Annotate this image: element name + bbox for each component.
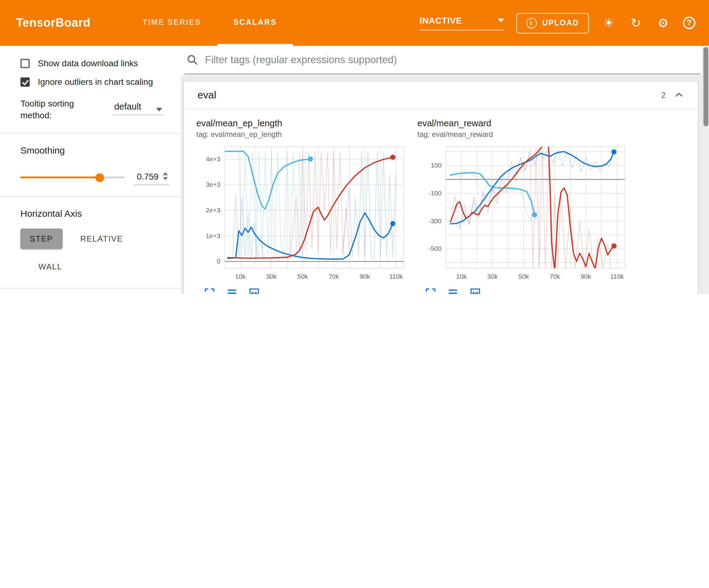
tag-filter-input[interactable] xyxy=(205,54,699,66)
chart-tag: tag: eval/mean_reward xyxy=(417,130,630,139)
svg-text:4e+3: 4e+3 xyxy=(206,155,220,162)
section-header[interactable]: eval 2 xyxy=(184,82,698,109)
svg-text:30k: 30k xyxy=(266,273,277,280)
general-options: Show data download links Ignore outliers… xyxy=(21,58,181,87)
option-row[interactable]: Show data download links xyxy=(21,58,181,69)
option-checkbox[interactable] xyxy=(21,77,30,86)
expand-chart-icon[interactable] xyxy=(204,287,215,294)
section-header-right: 2 xyxy=(661,90,684,100)
fit-domain-icon[interactable] xyxy=(248,287,260,294)
settings-icon[interactable]: ⚙ xyxy=(656,16,671,30)
svg-text:-100: -100 xyxy=(428,189,442,197)
svg-text:1e+3: 1e+3 xyxy=(206,232,220,239)
tooltip-sorting-dropdown[interactable]: default xyxy=(113,98,163,115)
axis-wall-button[interactable]: WALL xyxy=(29,256,72,277)
tooltip-sorting-label: Tooltip sorting method: xyxy=(21,98,94,122)
svg-text:100: 100 xyxy=(431,162,442,169)
svg-text:10k: 10k xyxy=(456,273,467,280)
option-row[interactable]: Ignore outliers in chart scaling xyxy=(21,77,181,87)
section-count: 2 xyxy=(661,91,666,100)
refresh-icon[interactable]: ↻ xyxy=(629,16,644,30)
svg-text:70k: 70k xyxy=(550,273,560,280)
main-content: eval 2 eval/mean_ep_length tag: eval/mea… xyxy=(181,46,709,294)
tooltip-sorting-value: default xyxy=(114,101,141,111)
tooltip-sorting: Tooltip sorting method: default xyxy=(21,98,181,122)
smoothing-control: 0.759 xyxy=(21,170,181,185)
chart-actions xyxy=(417,287,630,294)
sections-container: eval 2 eval/mean_ep_length tag: eval/mea… xyxy=(181,75,702,294)
option-label: Ignore outliers in chart scaling xyxy=(38,77,153,87)
divider xyxy=(0,288,181,288)
chart-card: eval/mean_reward tag: eval/mean_reward -… xyxy=(417,118,630,294)
chevron-icon[interactable] xyxy=(674,90,684,100)
svg-text:2e+3: 2e+3 xyxy=(206,207,220,214)
search-icon xyxy=(186,54,198,66)
svg-text:110k: 110k xyxy=(389,273,403,280)
svg-text:-300: -300 xyxy=(428,218,442,225)
stepper-down-icon[interactable] xyxy=(163,177,168,180)
tensorboard-app: TensorBoard TIME SERIES SCALARS INACTIVE… xyxy=(0,0,709,294)
brightness-icon[interactable]: ☀ xyxy=(601,16,616,30)
expand-chart-icon[interactable] xyxy=(425,287,437,294)
stepper-icons[interactable] xyxy=(163,173,168,180)
tab-time-series[interactable]: TIME SERIES xyxy=(126,0,217,46)
status-label: INACTIVE xyxy=(420,16,462,25)
axis-buttons-row2: WALL xyxy=(29,256,181,277)
app-logo: TensorBoard xyxy=(16,16,90,30)
svg-text:90k: 90k xyxy=(580,273,591,280)
smoothing-value-input[interactable]: 0.759 xyxy=(134,170,170,185)
chart-plot[interactable]: -500-300-10010010k30k50k70k90k110k xyxy=(417,142,630,285)
axis-relative-button[interactable]: RELATIVE xyxy=(71,229,132,249)
vertical-scrollbar[interactable] xyxy=(702,46,709,294)
chart-plot[interactable]: 01e+32e+33e+34e+310k30k50k70k90k110k xyxy=(196,142,409,285)
option-checkbox[interactable] xyxy=(21,59,30,68)
axis-buttons: STEP RELATIVE xyxy=(21,229,181,249)
option-label: Show data download links xyxy=(38,58,138,69)
info-icon: i xyxy=(526,18,536,28)
slider-knob[interactable] xyxy=(95,173,104,182)
settings-sidebar: Show data download links Ignore outliers… xyxy=(0,46,181,294)
svg-text:-500: -500 xyxy=(428,245,442,252)
fit-domain-icon[interactable] xyxy=(469,287,481,294)
chart-actions xyxy=(196,287,409,294)
chart-tag: tag: eval/mean_ep_length xyxy=(196,130,409,139)
data-table-icon[interactable] xyxy=(447,287,459,294)
smoothing-label: Smoothing xyxy=(21,145,181,155)
tag-filter xyxy=(185,46,700,74)
header-actions: INACTIVE i UPLOAD ☀ ↻ ⚙ ? xyxy=(420,0,695,46)
tag-section: eval 2 eval/mean_ep_length tag: eval/mea… xyxy=(183,81,699,294)
charts-row: eval/mean_ep_length tag: eval/mean_ep_le… xyxy=(184,109,698,294)
help-icon[interactable]: ? xyxy=(683,17,695,29)
section-title: eval xyxy=(198,89,216,101)
svg-text:10k: 10k xyxy=(235,273,245,280)
svg-text:50k: 50k xyxy=(518,273,529,280)
scrollbar-thumb[interactable] xyxy=(703,47,708,126)
svg-text:50k: 50k xyxy=(297,273,308,280)
horizontal-axis-label: Horizontal Axis xyxy=(21,208,181,219)
chart-card: eval/mean_ep_length tag: eval/mean_ep_le… xyxy=(196,118,409,294)
stepper-up-icon[interactable] xyxy=(163,173,168,176)
svg-text:30k: 30k xyxy=(487,273,498,280)
svg-text:90k: 90k xyxy=(360,273,370,280)
chart-title: eval/mean_ep_length xyxy=(196,118,409,128)
svg-text:110k: 110k xyxy=(610,273,624,280)
chevron-down-icon xyxy=(498,19,504,22)
tab-scalars[interactable]: SCALARS xyxy=(217,0,293,46)
svg-text:3e+3: 3e+3 xyxy=(206,181,220,188)
status-dropdown[interactable]: INACTIVE xyxy=(420,16,504,30)
upload-label: UPLOAD xyxy=(542,19,579,27)
chevron-down-icon xyxy=(156,107,162,111)
divider xyxy=(0,133,181,134)
svg-text:0: 0 xyxy=(217,258,220,265)
app-header: TensorBoard TIME SERIES SCALARS INACTIVE… xyxy=(0,0,709,46)
tab-bar: TIME SERIES SCALARS xyxy=(126,0,293,46)
axis-step-button[interactable]: STEP xyxy=(21,229,62,249)
svg-text:70k: 70k xyxy=(329,273,339,280)
smoothing-slider[interactable] xyxy=(21,177,125,179)
upload-button[interactable]: i UPLOAD xyxy=(516,13,589,33)
data-table-icon[interactable] xyxy=(226,287,238,294)
chart-title: eval/mean_reward xyxy=(417,118,630,128)
slider-fill xyxy=(21,177,99,179)
smoothing-value: 0.759 xyxy=(137,172,159,181)
divider xyxy=(0,196,181,197)
